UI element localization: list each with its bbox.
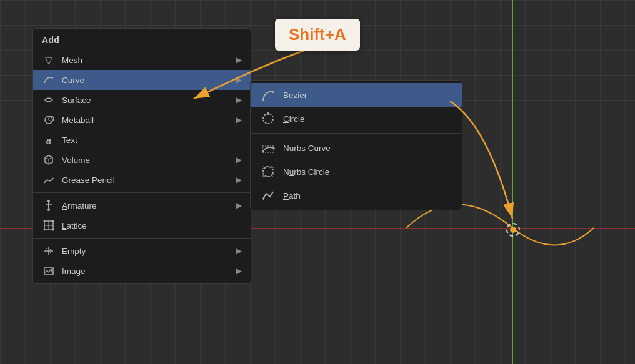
nurbs-curve-label: Nurbs Curve: [283, 144, 452, 153]
bezier-icon: [261, 87, 276, 102]
svg-point-21: [263, 114, 273, 124]
curve-label: Curve: [62, 76, 230, 85]
image-label: Image: [62, 267, 230, 276]
submenu-item-nurbs-curve[interactable]: Nurbs Curve: [251, 136, 462, 160]
volume-arrow: ▶: [236, 155, 242, 164]
grease-pencil-label: Grease Pencil: [62, 175, 230, 185]
svg-point-7: [48, 209, 50, 211]
circle-icon: [261, 111, 276, 126]
empty-label: Empty: [62, 247, 230, 256]
svg-point-14: [52, 229, 54, 231]
vertical-axis: [512, 0, 513, 364]
svg-point-24: [263, 167, 273, 177]
metaball-label: Metaball: [62, 116, 230, 125]
submenu-separator-1: [251, 133, 462, 134]
mesh-icon: [42, 53, 56, 67]
surface-icon: [42, 93, 56, 107]
svg-point-13: [44, 229, 46, 231]
menu-item-metaball[interactable]: Metaball ▶: [33, 110, 251, 130]
add-menu: Add Mesh ▶ Curve ▶ Surface ▶: [32, 28, 251, 284]
curve-icon: [42, 73, 56, 87]
bezier-label: Bezier: [283, 91, 452, 100]
armature-label: Armature: [62, 201, 230, 210]
empty-icon: [42, 244, 56, 258]
menu-item-grease-pencil[interactable]: Grease Pencil ▶: [33, 170, 251, 190]
svg-point-12: [52, 220, 54, 222]
armature-arrow: ▶: [236, 201, 242, 210]
svg-point-11: [44, 220, 46, 222]
armature-icon: [42, 199, 56, 212]
svg-point-6: [48, 200, 50, 202]
svg-point-22: [267, 112, 269, 115]
text-label: Text: [62, 135, 242, 145]
curve-arrow: ▶: [236, 76, 242, 84]
svg-point-18: [51, 269, 52, 271]
menu-item-volume[interactable]: Volume ▶: [33, 150, 251, 170]
origin-point: [506, 223, 520, 237]
origin-dot: [510, 227, 516, 233]
submenu-item-path[interactable]: Path: [251, 184, 462, 207]
submenu-item-bezier[interactable]: Bezier: [251, 83, 462, 107]
lattice-label: Lattice: [62, 221, 242, 230]
path-icon: [261, 188, 276, 203]
menu-item-image[interactable]: Image ▶: [33, 261, 251, 281]
path-label: Path: [283, 191, 452, 200]
menu-item-surface[interactable]: Surface ▶: [33, 90, 251, 110]
menu-item-mesh[interactable]: Mesh ▶: [33, 50, 251, 70]
volume-label: Volume: [62, 155, 230, 165]
metaball-icon: [42, 113, 56, 127]
mesh-arrow: ▶: [236, 56, 242, 64]
grease-pencil-arrow: ▶: [236, 175, 242, 184]
submenu-item-circle[interactable]: Circle: [251, 107, 462, 130]
separator-2: [33, 238, 251, 239]
separator-1: [33, 192, 251, 193]
menu-item-text[interactable]: a Text: [33, 130, 251, 150]
empty-arrow: ▶: [236, 247, 242, 255]
curve-submenu: Bezier Circle Nurbs Curve Nu: [250, 80, 462, 210]
nurbs-curve-icon: [261, 140, 276, 155]
lattice-icon: [42, 219, 56, 232]
circle-label: Circle: [283, 114, 452, 124]
nurbs-circle-icon: [261, 164, 276, 179]
menu-item-empty[interactable]: Empty ▶: [33, 241, 251, 261]
metaball-arrow: ▶: [236, 116, 242, 124]
image-icon: [42, 264, 56, 278]
menu-title: Add: [33, 31, 251, 50]
shortcut-tooltip: Shift+A: [275, 19, 360, 51]
surface-arrow: ▶: [236, 96, 242, 104]
menu-item-curve[interactable]: Curve ▶: [33, 70, 251, 90]
mesh-label: Mesh: [62, 56, 230, 65]
menu-item-lattice[interactable]: Lattice: [33, 215, 251, 235]
grease-pencil-icon: [42, 173, 56, 187]
text-icon: a: [42, 133, 56, 147]
svg-point-20: [272, 91, 274, 93]
submenu-item-nurbs-circle[interactable]: Nurbs Circle: [251, 160, 462, 184]
surface-label: Surface: [62, 96, 230, 105]
svg-point-19: [262, 99, 264, 101]
image-arrow: ▶: [236, 267, 242, 275]
menu-item-armature[interactable]: Armature ▶: [33, 195, 251, 215]
shortcut-label: Shift+A: [289, 25, 346, 44]
nurbs-circle-label: Nurbs Circle: [283, 167, 452, 177]
volume-icon: [42, 153, 56, 167]
